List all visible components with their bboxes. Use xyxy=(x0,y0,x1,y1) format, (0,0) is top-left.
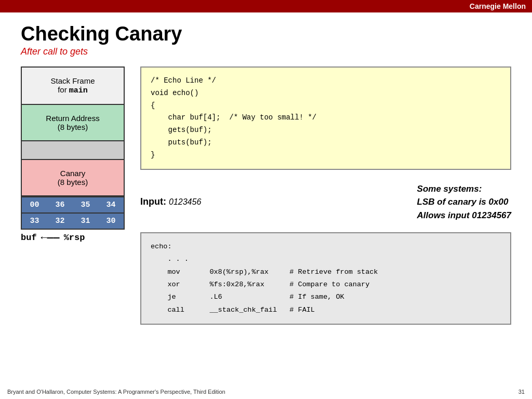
buf-arrow: ←—— xyxy=(41,232,60,244)
hex-cell-35: 35 xyxy=(73,196,98,212)
content-row: Stack Frame for main Return Address (8 b… xyxy=(21,66,511,325)
cell-main-line2: for main xyxy=(58,85,88,94)
hex-row-2: 33 32 31 30 xyxy=(21,212,125,230)
buf-label-row: buf ←—— %rsp xyxy=(21,232,125,244)
side-note: Some systems: LSB of canary is 0x00 Allo… xyxy=(417,182,511,222)
hex-cell-34: 34 xyxy=(98,196,125,212)
side-note-line3: Allows input 01234567 xyxy=(417,209,511,222)
cell-return-line2: (8 bytes) xyxy=(46,123,99,131)
page-title: Checking Canary xyxy=(21,23,511,45)
cell-canary-line1: Canary xyxy=(58,169,88,178)
page-subtitle: After call to gets xyxy=(21,46,511,57)
middle-row: Input: 0123456 Some systems: LSB of cana… xyxy=(140,182,511,222)
stack-cell-main: Stack Frame for main xyxy=(21,66,125,104)
footer: Bryant and O'Hallaron, Computer Systems:… xyxy=(0,389,532,395)
side-note-line1: Some systems: xyxy=(417,182,511,196)
stack-cell-gray xyxy=(21,140,125,159)
hex-cell-33: 33 xyxy=(21,212,47,230)
buf-text: buf xyxy=(21,233,37,243)
stack-cell-canary: Canary (8 bytes) xyxy=(21,159,125,195)
hex-row-1: 00 36 35 34 xyxy=(21,195,125,212)
top-bar: Carnegie Mellon xyxy=(0,0,532,12)
cell-canary-line2: (8 bytes) xyxy=(58,178,88,187)
stack-cell-return: Return Address (8 bytes) xyxy=(21,104,125,140)
hex-cell-36: 36 xyxy=(47,196,73,212)
cell-main-line1: Stack Frame xyxy=(50,76,95,85)
university-label: Carnegie Mellon xyxy=(470,2,526,10)
footer-left: Bryant and O'Hallaron, Computer Systems:… xyxy=(7,389,225,395)
side-note-line2: LSB of canary is 0x00 xyxy=(417,195,511,209)
cell-return-line1: Return Address xyxy=(46,114,99,123)
input-label: Input: xyxy=(140,196,169,207)
stack-diagram: Stack Frame for main Return Address (8 b… xyxy=(21,66,125,244)
main-content: Checking Canary After call to gets Stack… xyxy=(0,12,532,330)
rsp-text: %rsp xyxy=(64,233,85,243)
cell-main-bold: main xyxy=(69,86,88,95)
hex-cell-00: 00 xyxy=(21,196,47,212)
input-value: 0123456 xyxy=(169,197,201,206)
code-box-bottom: echo: . . . mov 0x8(%rsp),%rax # Retriev… xyxy=(140,232,511,325)
right-column: /* Echo Line */ void echo() { char buf[4… xyxy=(140,66,511,325)
footer-right: 31 xyxy=(518,389,525,395)
hex-cell-31: 31 xyxy=(73,212,98,230)
hex-cell-30: 30 xyxy=(98,212,125,230)
input-section: Input: 0123456 xyxy=(140,196,201,207)
code-box-top: /* Echo Line */ void echo() { char buf[4… xyxy=(140,66,511,170)
hex-cell-32: 32 xyxy=(47,212,73,230)
